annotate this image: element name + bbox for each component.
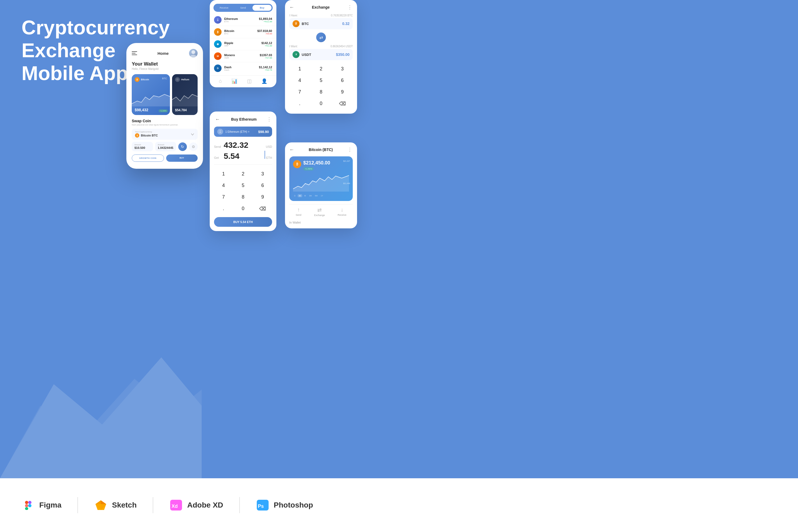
btc-chart-area: ₿ $212,450.00 +1.56% $21,327 $11,448 D W… [289, 156, 353, 201]
amount1-field[interactable]: Amount $10.500 [132, 142, 153, 151]
tab-send[interactable]: Send [234, 5, 253, 11]
photoshop-label: Photoshop [274, 501, 313, 509]
btc-card[interactable]: ₿ Bitcoin BTC $98,432 +1.54% [132, 74, 170, 115]
crypto-item-eth[interactable]: Ξ Ethereum ETH $1,893,04 +%11.89 [210, 14, 276, 26]
usdt-currency-row[interactable]: ₮ USDT $350.00 [289, 49, 353, 60]
phone-mockup: Home Your Wallet Hello, Fleece Marigold … [126, 43, 203, 169]
hamburger-icon[interactable] [132, 51, 137, 55]
key-4[interactable]: 4 [214, 180, 233, 191]
amount2-label: Amount [158, 144, 174, 146]
your-crypto-label: Your Cryptocurrency [135, 131, 158, 133]
btc-nav-receive[interactable]: ↓ Receive [338, 207, 347, 216]
get-label: Get [214, 156, 224, 159]
btc-detail-menu-btn[interactable]: ⋮ [347, 147, 353, 153]
btc-nav-send[interactable]: ↑ Send [296, 207, 301, 216]
send-currency: USD [266, 145, 272, 148]
crypto-item-dash[interactable]: D Dash Dash $1,142,12 +%2.78 [210, 62, 276, 74]
exch-key-2[interactable]: 2 [311, 63, 331, 74]
exch-key-7[interactable]: 7 [289, 87, 310, 97]
buy-eth-menu-btn[interactable]: ⋮ [267, 116, 272, 122]
key-3[interactable]: 3 [253, 169, 272, 179]
btc-currency-name: BTC [302, 22, 309, 26]
exch-key-6[interactable]: 6 [332, 75, 353, 86]
key-5[interactable]: 5 [234, 180, 253, 191]
btc-detail-back-btn[interactable]: ← [289, 147, 294, 153]
exch-key-8[interactable]: 8 [311, 87, 331, 97]
tf-3m[interactable]: 3M [308, 194, 313, 197]
exch-key-0[interactable]: 0 [311, 98, 331, 109]
crypto-item-xrp[interactable]: ◉ Ripple XRP $142,12 +%1.89 [210, 38, 276, 50]
tab-buy[interactable]: Buy [253, 5, 272, 11]
usdt-currency-amount: $350.00 [336, 52, 350, 57]
i-have-label: I Have: [289, 14, 298, 17]
growth-coin-button[interactable]: GROWTH COIN [132, 154, 164, 162]
amount2-field[interactable]: Amount 1.04324445 [155, 142, 177, 151]
exch-key-dot[interactable]: . [289, 98, 310, 109]
tab-receive[interactable]: Receive [215, 5, 234, 11]
btc-price-mid: $11,448 [344, 183, 350, 184]
tf-d[interactable]: D [293, 194, 297, 197]
nav-home-icon[interactable]: ⌂ [219, 78, 222, 84]
buy-ethereum-card: ← Buy Ethereum ⋮ Ξ 1 Ethereum (ETH) = $9… [210, 112, 276, 231]
key-9[interactable]: 9 [253, 192, 272, 203]
key-7[interactable]: 7 [214, 192, 233, 203]
btc-mini-chart [132, 92, 170, 107]
eth-pill[interactable]: Ξ 1 Ethereum (ETH) = $98.90 [214, 127, 272, 137]
svg-marker-5 [172, 94, 198, 107]
exch-key-backspace[interactable]: ⌫ [332, 98, 353, 109]
eth-name: Ethereum [224, 17, 259, 20]
exch-key-5[interactable]: 5 [311, 75, 331, 86]
xmr-change: +%7.89 [260, 57, 272, 59]
nav-wallet-icon[interactable]: ◫ [247, 78, 252, 84]
xrp-price: $142,12 [261, 41, 272, 44]
btc-change-badge: +1.56% [303, 167, 314, 171]
eth-pill-price: $98.90 [258, 130, 269, 134]
tf-1y[interactable]: 1Y [320, 194, 324, 197]
exchange-back-btn[interactable]: ← [289, 4, 294, 10]
tf-m[interactable]: M [303, 194, 307, 197]
buy-eth-button[interactable]: BUY 5.54 ETH [214, 217, 272, 227]
exchange-menu-btn[interactable]: ⋮ [347, 4, 353, 10]
btc-list-change: -%9.89 [257, 33, 272, 35]
nav-chart-icon[interactable]: 📊 [231, 78, 237, 84]
exch-key-3[interactable]: 3 [332, 63, 353, 74]
figma-tool: Figma [21, 498, 61, 512]
btc-currency-row[interactable]: ₿ BTC 0.32 [289, 18, 353, 29]
key-dot[interactable]: . [214, 203, 233, 214]
key-0[interactable]: 0 [234, 203, 253, 214]
svg-text:Xd: Xd [171, 504, 178, 509]
crypto-item-xmr[interactable]: M Monero XMR $1357.03 +%7.89 [210, 50, 276, 62]
btc-nav-exchange[interactable]: ⇄ Exchange [314, 207, 325, 216]
tf-w[interactable]: W [298, 194, 302, 197]
key-backspace[interactable]: ⌫ [253, 203, 272, 214]
tf-6m[interactable]: 6M [314, 194, 319, 197]
exch-key-9[interactable]: 9 [332, 87, 353, 97]
swap-exchange-icon[interactable]: ⇄ [316, 33, 326, 42]
eth-change: +%11.89 [259, 20, 272, 23]
divider-3 [239, 497, 240, 513]
crypto-item-btc[interactable]: ₿ Bitcoin BTC $37.818,60 -%9.89 [210, 26, 276, 38]
key-2[interactable]: 2 [234, 169, 253, 179]
eth-ticker: ETH [224, 20, 259, 23]
helium-card[interactable]: ⬡ Helium $54.784 [172, 74, 198, 115]
your-crypto-field[interactable]: Your Cryptocurrency ₿ Bitcoin BTC [132, 129, 198, 140]
key-6[interactable]: 6 [253, 180, 272, 191]
exch-key-1[interactable]: 1 [289, 63, 310, 74]
buy-eth-title: Buy Ethereum [231, 117, 257, 121]
key-1[interactable]: 1 [214, 169, 233, 179]
i-want-label: I Want: [289, 45, 298, 48]
buy-eth-back-btn[interactable]: ← [214, 116, 221, 123]
svg-rect-7 [25, 501, 28, 504]
i-want-balance: 0.86363454 USDT [331, 45, 353, 48]
phone-screen-title: Home [157, 51, 169, 56]
nav-user-icon[interactable]: 👤 [261, 78, 267, 84]
settings-icon[interactable]: ⚙ [189, 142, 198, 151]
xmr-ticker: XMR [224, 57, 260, 59]
exch-key-4[interactable]: 4 [289, 75, 310, 86]
eth-price: $1,893,04 [259, 17, 272, 20]
buy-button[interactable]: BUY [166, 154, 198, 162]
key-8[interactable]: 8 [234, 192, 253, 203]
adobe-xd-label: Adobe XD [187, 501, 223, 509]
swap-refresh-icon[interactable]: ↻ [178, 142, 187, 151]
amount2-val: 1.04324445 [158, 146, 174, 149]
